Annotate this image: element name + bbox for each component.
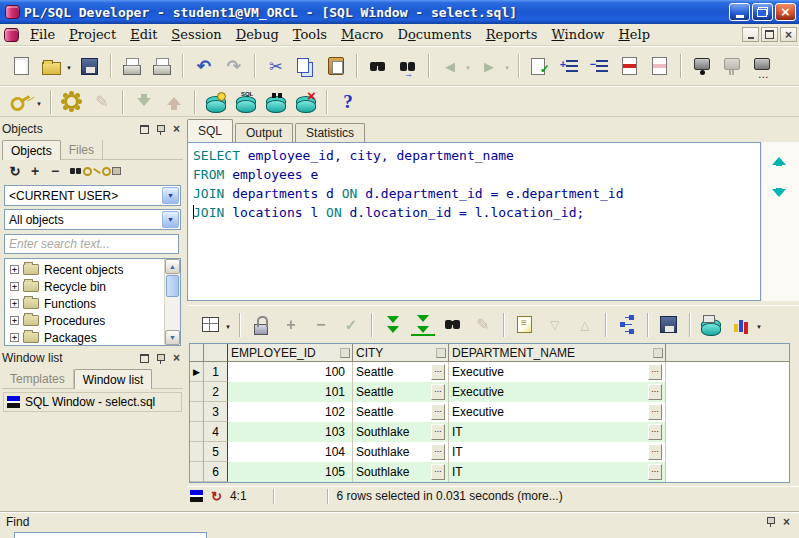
lock-button[interactable] — [248, 312, 274, 338]
menu-window[interactable]: Window — [544, 25, 611, 44]
column-header-department-name[interactable]: DEPARTMENT_NAME — [449, 344, 666, 362]
cell-employee-id[interactable]: 101 — [228, 382, 353, 402]
dropdown-arrow-icon[interactable] — [225, 318, 231, 332]
menu-reports[interactable]: Reports — [479, 25, 545, 44]
add-button[interactable] — [26, 163, 44, 179]
dropdown-arrow-icon[interactable] — [504, 59, 510, 73]
minimize-button[interactable] — [729, 3, 750, 21]
float-panel-icon[interactable] — [138, 352, 151, 365]
cell-employee-id[interactable]: 105 — [228, 462, 353, 482]
row-selector-cell[interactable] — [190, 462, 204, 482]
macro-record-button[interactable] — [689, 53, 715, 79]
menu-project[interactable]: Project — [62, 25, 123, 44]
cell-ellipsis-button[interactable] — [431, 464, 445, 480]
tree-item-procedures[interactable]: +Procedures — [5, 312, 180, 329]
tree-item-recent-objects[interactable]: +Recent objects — [5, 261, 180, 278]
object-filter-select[interactable]: All objects — [4, 209, 181, 230]
window-list-tab-window-list[interactable]: Window list — [74, 369, 153, 389]
cell-employee-id[interactable]: 102 — [228, 402, 353, 422]
copy-sql-db-button[interactable] — [698, 312, 724, 338]
restore-button[interactable] — [752, 3, 773, 21]
cell-ellipsis-button[interactable] — [431, 364, 445, 380]
outdent-button[interactable] — [587, 53, 613, 79]
cell-ellipsis-button[interactable] — [431, 424, 445, 440]
next-statement-icon[interactable] — [772, 186, 786, 200]
chevron-down-icon[interactable] — [162, 187, 179, 204]
menu-edit[interactable]: Edit — [123, 25, 164, 44]
cell-employee-id[interactable]: 103 — [228, 422, 353, 442]
copy-button[interactable] — [293, 53, 319, 79]
mdi-close-button[interactable] — [780, 27, 797, 42]
save-results-button[interactable] — [656, 312, 682, 338]
chevron-down-icon[interactable] — [162, 211, 179, 228]
cell-ellipsis-button[interactable] — [648, 464, 662, 480]
expand-icon[interactable]: + — [10, 316, 19, 325]
cell-department-name[interactable]: Executive — [449, 382, 666, 402]
cell-department-name[interactable]: IT — [449, 442, 666, 462]
grid-row-3[interactable]: 3102SeattleExecutive — [190, 402, 789, 422]
window-list-item[interactable]: SQL Window - select.sql — [3, 392, 182, 412]
scroll-up-icon[interactable]: ▲ — [165, 259, 180, 274]
expand-icon[interactable]: + — [10, 282, 19, 291]
browser-folders-button[interactable] — [106, 163, 124, 179]
dropdown-arrow-icon[interactable] — [66, 59, 72, 73]
cell-ellipsis-button[interactable] — [648, 384, 662, 400]
cell-department-name[interactable]: IT — [449, 462, 666, 482]
preferences-gear-button[interactable] — [59, 89, 85, 115]
grid-row-5[interactable]: 5104SouthlakeIT — [190, 442, 789, 462]
sql-window-tab-output[interactable]: Output — [235, 123, 293, 142]
cell-city[interactable]: Seattle — [353, 402, 449, 422]
tree-item-recycle-bin[interactable]: +Recycle bin — [5, 278, 180, 295]
fetch-last-button[interactable] — [410, 312, 436, 337]
object-search-input[interactable] — [4, 234, 179, 254]
pin-panel-icon[interactable] — [764, 515, 777, 528]
menu-macro[interactable]: Macro — [334, 25, 390, 44]
refresh-button[interactable] — [6, 163, 24, 179]
find-next-button[interactable] — [395, 53, 421, 79]
mdi-restore-button[interactable] — [761, 27, 778, 42]
cell-ellipsis-button[interactable] — [431, 384, 445, 400]
menu-session[interactable]: Session — [164, 25, 228, 44]
dropdown-arrow-icon[interactable] — [465, 59, 471, 73]
highlight-button[interactable] — [617, 53, 643, 79]
cell-ellipsis-button[interactable] — [648, 404, 662, 420]
column-header-employee-id[interactable]: EMPLOYEE_ID — [228, 344, 353, 362]
cell-department-name[interactable]: Executive — [449, 362, 666, 382]
indent-button[interactable] — [557, 53, 583, 79]
tree-item-packages[interactable]: +Packages — [5, 329, 180, 346]
grid-row-4[interactable]: 4103SouthlakeIT — [190, 422, 789, 442]
save-button[interactable] — [77, 53, 103, 79]
syntax-check-button[interactable] — [527, 53, 553, 79]
fetch-next-button[interactable] — [380, 312, 406, 338]
grid-row-1[interactable]: ▶1100SeattleExecutive — [190, 362, 789, 382]
menu-documents[interactable]: Documents — [390, 25, 478, 44]
cell-department-name[interactable]: Executive — [449, 402, 666, 422]
expand-icon[interactable]: + — [10, 299, 19, 308]
sql-editor[interactable]: SELECT employee_id, city, department_nam… — [187, 142, 761, 301]
row-selector-cell[interactable] — [190, 402, 204, 422]
help-button[interactable] — [335, 89, 361, 115]
column-header-city[interactable]: CITY — [353, 344, 449, 362]
cell-city[interactable]: Seattle — [353, 362, 449, 382]
chart-button[interactable] — [728, 312, 763, 338]
schema-select[interactable]: <CURRENT USER> — [4, 185, 181, 206]
cell-ellipsis-button[interactable] — [431, 444, 445, 460]
objects-tab-files[interactable]: Files — [61, 140, 103, 159]
sql-window-tab-sql[interactable]: SQL — [187, 119, 233, 142]
unhighlight-button[interactable] — [647, 53, 673, 79]
cell-employee-id[interactable]: 104 — [228, 442, 353, 462]
row-selector-cell[interactable] — [190, 422, 204, 442]
cell-ellipsis-button[interactable] — [648, 424, 662, 440]
menu-help[interactable]: Help — [611, 25, 657, 44]
print-preview-button[interactable] — [149, 53, 175, 79]
find-button[interactable] — [365, 53, 391, 79]
find-text-input[interactable] — [14, 532, 207, 538]
export-data-button[interactable] — [512, 312, 538, 338]
auto-refresh-icon[interactable] — [211, 489, 222, 504]
cell-city[interactable]: Southlake — [353, 442, 449, 462]
menu-debug[interactable]: Debug — [229, 25, 286, 44]
expand-icon[interactable]: + — [10, 333, 19, 342]
single-record-button[interactable] — [614, 312, 640, 338]
new-sql-window-db-button[interactable] — [233, 89, 259, 115]
paste-button[interactable] — [323, 53, 349, 79]
